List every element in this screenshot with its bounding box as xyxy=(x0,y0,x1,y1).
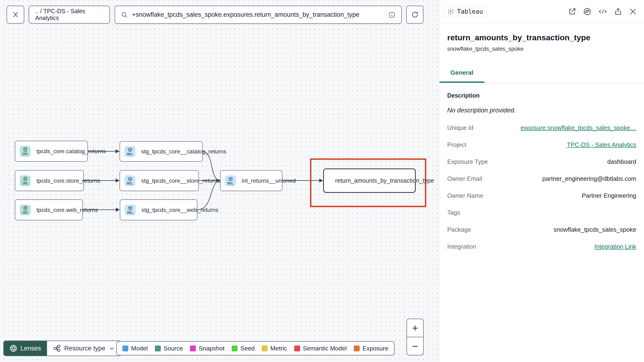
tableau-badge: Tableau xyxy=(444,6,487,17)
model-badge: MDL xyxy=(125,205,136,215)
field-row-integration: Integration Integration Link xyxy=(447,238,636,255)
model-badge: MDL xyxy=(124,175,135,186)
snapshot-swatch xyxy=(190,345,196,351)
field-row-exposure-type: Exposure Type dashboard xyxy=(447,153,636,170)
breadcrumb-label: .. / TPC-DS - Sales Analytics xyxy=(35,8,103,22)
panel-actions xyxy=(568,7,637,16)
seed-swatch xyxy=(232,345,238,351)
share-button[interactable] xyxy=(614,8,622,16)
cube-icon xyxy=(128,176,132,182)
legend-item-snapshot: Snapshot xyxy=(190,345,224,352)
open-external-button[interactable] xyxy=(568,8,576,16)
node-label: int_returns__unioned xyxy=(242,177,296,184)
node-model-stg-catalog-returns[interactable]: MDL stg_tpcds_core__catalog_returns xyxy=(120,141,203,162)
database-icon xyxy=(23,206,28,211)
share-icon xyxy=(614,8,622,16)
resource-title: return_amounts_by_transaction_type xyxy=(447,33,636,42)
general-tab-content: Description No description provided. Uni… xyxy=(440,83,644,255)
node-model-int-returns-unioned[interactable]: MDL int_returns__unioned xyxy=(220,170,282,191)
field-row-tags: Tags xyxy=(447,204,636,221)
cube-icon xyxy=(128,206,133,211)
node-label: return_amounts_by_transaction_type xyxy=(335,177,434,184)
close-lineage-button[interactable] xyxy=(6,6,24,24)
node-source-catalog-returns[interactable]: SRC tpcds_core.catalog_returns xyxy=(15,141,88,162)
external-link-icon xyxy=(568,8,576,16)
search-input[interactable] xyxy=(132,11,384,18)
lenses-button[interactable]: Lenses xyxy=(4,341,46,356)
tab-general[interactable]: General xyxy=(440,69,484,83)
legend-item-seed: Seed xyxy=(232,345,255,352)
legend-item-semantic-model: Semantic Model xyxy=(294,345,347,352)
lineage-explorer-window: .. / TPC-DS - Sales Analytics SRC tpcds_… xyxy=(0,0,644,362)
resource-type-label: Resource type xyxy=(64,345,105,352)
node-exposure-return-amounts[interactable]: return_amounts_by_transaction_type xyxy=(323,168,416,193)
refresh-lineage-button[interactable] xyxy=(406,6,424,24)
source-badge: SRC xyxy=(20,175,30,186)
resource-type-dropdown[interactable]: Resource type xyxy=(46,341,121,356)
exposure-swatch xyxy=(354,345,360,351)
node-source-web-returns[interactable]: SRC tpcds_core.web_returns xyxy=(15,199,83,220)
close-icon xyxy=(629,8,637,16)
lenses-label: Lenses xyxy=(20,345,41,352)
zoom-controls: + − xyxy=(406,319,424,355)
view-code-button[interactable] xyxy=(598,8,607,16)
node-label: tpcds_core.store_returns xyxy=(36,177,100,184)
zoom-in-button[interactable]: + xyxy=(407,319,423,337)
node-label: tpcds_core.web_returns xyxy=(36,207,98,213)
field-row-owner-name: Owner Name Partner Engineering xyxy=(447,187,636,204)
node-model-stg-store-returns[interactable]: MDL stg_tpcds_core__store_returns xyxy=(120,170,199,191)
zoom-out-button[interactable]: − xyxy=(407,337,423,355)
node-label: stg_tpcds_core__catalog_returns xyxy=(141,148,226,155)
close-icon xyxy=(12,11,19,18)
details-panel-header: Tableau xyxy=(440,0,644,23)
tabs-divider xyxy=(440,83,644,83)
breadcrumb[interactable]: .. / TPC-DS - Sales Analytics xyxy=(29,6,110,24)
tableau-logo-icon xyxy=(448,8,454,15)
aperture-icon xyxy=(10,344,18,352)
node-model-stg-web-returns[interactable]: MDL stg_tpcds_core__web_returns xyxy=(120,199,198,220)
metric-swatch xyxy=(262,345,268,351)
unique-id-link[interactable]: exposure.snowflake_tpcds_sales_spoke… xyxy=(521,124,636,131)
field-row-project: Project TPC-DS - Sales Analytics xyxy=(447,136,636,153)
lineage-search xyxy=(115,6,402,24)
exposure-type-value: dashboard xyxy=(607,158,636,165)
model-badge: MDL xyxy=(124,146,135,157)
semantic-model-swatch xyxy=(294,345,300,351)
legend-item-model: Model xyxy=(122,345,148,352)
chevron-down-icon xyxy=(109,345,115,351)
legend-item-source: Source xyxy=(155,345,183,352)
lineage-canvas[interactable]: .. / TPC-DS - Sales Analytics SRC tpcds_… xyxy=(0,0,439,362)
package-value: snowflake_tpcds_sales_spoke xyxy=(554,226,636,233)
code-icon xyxy=(598,8,607,16)
database-icon xyxy=(23,176,28,182)
cube-icon xyxy=(228,176,233,182)
model-swatch xyxy=(122,345,128,351)
cube-icon xyxy=(128,147,132,152)
compass-icon xyxy=(583,7,592,16)
search-icon xyxy=(121,11,128,18)
field-row-package: Package snowflake_tpcds_sales_spoke xyxy=(447,221,636,238)
legend-item-exposure: Exposure xyxy=(354,345,388,352)
field-row-owner-email: Owner Email partner_engineering@dbtlabs.… xyxy=(447,170,636,187)
database-icon xyxy=(23,147,28,152)
refresh-icon xyxy=(411,11,419,19)
close-panel-button[interactable] xyxy=(629,8,637,16)
source-badge: SRC xyxy=(20,146,30,157)
model-badge: MDL xyxy=(225,175,236,186)
node-label: stg_tpcds_core__store_returns xyxy=(141,177,220,184)
node-label: tpcds_core.catalog_returns xyxy=(36,148,106,155)
description-empty-text: No description provided. xyxy=(447,107,636,114)
panel-tabs: General xyxy=(440,69,644,83)
field-row-unique-id: Unique Id exposure.snowflake_tpcds_sales… xyxy=(447,119,636,136)
explore-lineage-button[interactable] xyxy=(583,7,592,16)
project-link[interactable]: TPC-DS - Sales Analytics xyxy=(567,141,636,148)
resource-tree-icon xyxy=(53,344,61,352)
owner-name-value: Partner Engineering xyxy=(582,192,636,199)
integration-badge-label: Tableau xyxy=(457,8,483,15)
integration-link[interactable]: Integration Link xyxy=(594,243,636,250)
info-icon[interactable] xyxy=(388,11,396,19)
node-source-store-returns[interactable]: SRC tpcds_core.store_returns xyxy=(15,170,84,191)
lens-toolbar: Lenses Resource type xyxy=(3,340,122,356)
details-panel: Tableau return_amounts_b xyxy=(439,0,644,362)
source-badge: SRC xyxy=(20,205,30,215)
